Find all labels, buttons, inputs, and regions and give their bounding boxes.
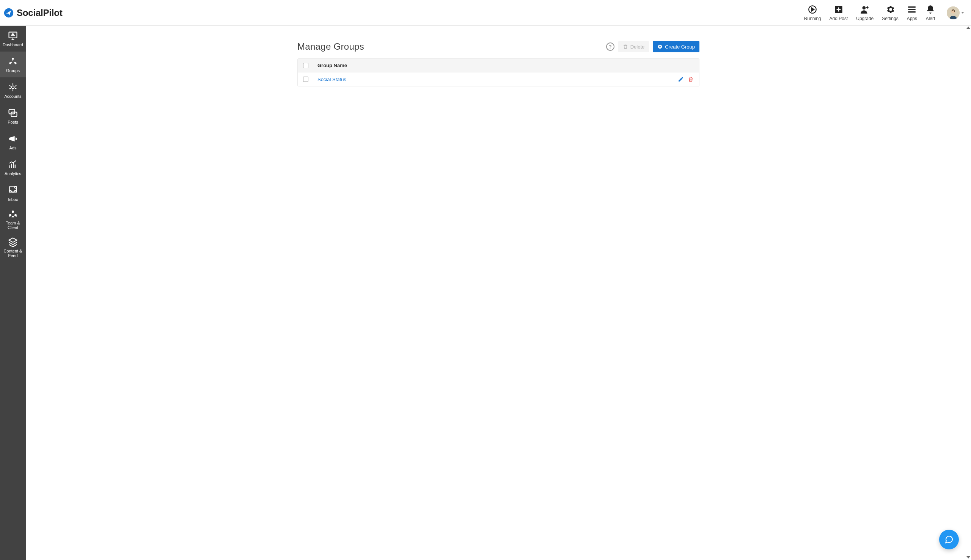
sidebar-item-team-client[interactable]: Team & Client — [0, 206, 26, 232]
sidebar-item-label: Inbox — [8, 197, 18, 202]
sidebar-item-label: Team & Client — [1, 221, 25, 230]
sidebar-item-content-feed[interactable]: Content & Feed — [0, 232, 26, 262]
chat-fab[interactable] — [939, 530, 959, 549]
select-all-cell — [303, 63, 310, 68]
topnav-apps[interactable]: Apps — [907, 5, 917, 21]
menu-icon — [907, 5, 917, 14]
sidebar-item-label: Analytics — [5, 172, 21, 176]
svg-point-16 — [14, 214, 17, 216]
sidebar-item-inbox[interactable]: Inbox — [0, 180, 26, 206]
svg-point-14 — [12, 210, 14, 213]
svg-rect-12 — [11, 112, 17, 117]
body: Dashboard Groups Accounts Posts Ads — [0, 26, 971, 560]
page-actions: ? Delete Create Group — [606, 41, 699, 52]
chat-icon — [944, 535, 954, 544]
groups-icon — [8, 56, 18, 67]
topnav-label: Alert — [926, 16, 935, 21]
analytics-icon — [8, 159, 18, 170]
pencil-icon — [678, 76, 684, 82]
sidebar-item-ads[interactable]: Ads — [0, 129, 26, 155]
sidebar-item-analytics[interactable]: Analytics — [0, 155, 26, 180]
edit-button[interactable] — [678, 76, 684, 82]
topnav-label: Apps — [907, 16, 917, 21]
row-actions — [678, 76, 694, 82]
sidebar-item-label: Accounts — [4, 94, 21, 98]
plus-circle-icon — [657, 44, 662, 49]
row-checkbox[interactable] — [303, 77, 309, 82]
create-group-button[interactable]: Create Group — [653, 41, 699, 52]
topnav-label: Running — [804, 16, 821, 21]
delete-row-button[interactable] — [688, 76, 694, 82]
topnav-label: Add Post — [829, 16, 848, 21]
delete-button[interactable]: Delete — [618, 41, 649, 52]
page-header: Manage Groups ? Delete Create Group — [297, 41, 699, 52]
help-button[interactable]: ? — [606, 42, 614, 51]
sidebar-item-posts[interactable]: Posts — [0, 103, 26, 129]
plus-square-icon — [834, 5, 844, 14]
play-circle-icon — [807, 5, 818, 14]
topnav-label: Settings — [882, 16, 898, 21]
sidebar-item-dashboard[interactable]: Dashboard — [0, 26, 26, 52]
question-icon: ? — [609, 44, 612, 50]
groups-table: Group Name Social Status — [297, 58, 699, 87]
page-title: Manage Groups — [297, 41, 364, 52]
svg-point-15 — [9, 214, 12, 216]
topnav-settings[interactable]: Settings — [882, 5, 898, 21]
row-select-cell — [303, 77, 310, 82]
team-icon — [8, 208, 18, 219]
svg-point-7 — [12, 58, 13, 60]
select-all-checkbox[interactable] — [303, 63, 309, 68]
topnav-upgrade[interactable]: Upgrade — [856, 5, 874, 21]
sidebar-item-label: Posts — [8, 120, 18, 124]
posts-icon — [8, 108, 18, 118]
topnav-running[interactable]: Running — [804, 5, 821, 21]
gear-icon — [885, 5, 895, 14]
sidebar-item-label: Dashboard — [3, 42, 23, 47]
topnav-alert[interactable]: Alert — [926, 5, 935, 21]
sidebar-item-label: Content & Feed — [1, 249, 25, 258]
topnav-label: Upgrade — [856, 16, 874, 21]
scroll-up-icon — [966, 27, 970, 29]
topnav: Running Add Post Upgrade Settings Apps — [804, 5, 967, 21]
brand-logo[interactable]: SocialPilot — [3, 8, 63, 18]
bell-icon — [926, 5, 935, 14]
content: Manage Groups ? Delete Create Group — [297, 41, 699, 545]
svg-point-3 — [863, 6, 866, 10]
megaphone-icon — [8, 133, 18, 144]
accounts-icon — [8, 82, 18, 93]
dashboard-icon — [8, 30, 18, 41]
layers-icon — [8, 237, 18, 247]
sidebar-item-label: Ads — [10, 146, 17, 150]
sidebar: Dashboard Groups Accounts Posts Ads — [0, 26, 26, 560]
table-row: Social Status — [298, 72, 699, 86]
inbox-icon — [8, 185, 18, 196]
avatar — [947, 7, 959, 19]
sidebar-item-accounts[interactable]: Accounts — [0, 77, 26, 103]
trash-icon — [688, 76, 694, 82]
trash-icon — [623, 44, 628, 49]
sidebar-item-groups[interactable]: Groups — [0, 52, 26, 77]
topnav-add-post[interactable]: Add Post — [829, 5, 848, 21]
brand-name: SocialPilot — [17, 8, 63, 18]
group-name-link[interactable]: Social Status — [317, 77, 670, 82]
create-label: Create Group — [665, 44, 695, 50]
paper-plane-icon — [4, 8, 13, 18]
delete-label: Delete — [631, 44, 645, 50]
user-menu[interactable] — [947, 7, 964, 19]
user-plus-icon — [860, 5, 870, 14]
table-header: Group Name — [298, 59, 699, 72]
column-group-name: Group Name — [317, 63, 347, 68]
svg-point-10 — [12, 86, 14, 88]
main: Manage Groups ? Delete Create Group — [26, 26, 971, 560]
topbar: SocialPilot Running Add Post Upgrade Set… — [0, 0, 971, 26]
scroll-down-icon — [966, 556, 970, 558]
chevron-down-icon — [961, 12, 964, 13]
sidebar-item-label: Groups — [6, 68, 20, 73]
svg-rect-11 — [9, 110, 15, 114]
